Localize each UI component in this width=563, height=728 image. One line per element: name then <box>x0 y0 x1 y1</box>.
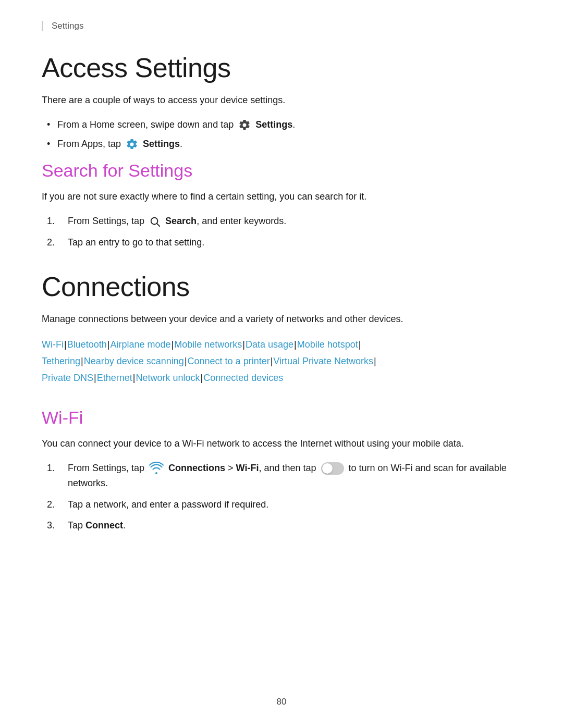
link-tethering[interactable]: Tethering <box>42 356 80 366</box>
sep1: | <box>64 339 67 350</box>
toggle-off <box>321 462 344 475</box>
wifi-step-3: Tap Connect. <box>42 518 521 533</box>
search-step-2: Tap an entry to go to that setting. <box>42 235 521 250</box>
bullet-item-apps: From Apps, tap Settings. <box>42 137 521 152</box>
link-ethernet[interactable]: Ethernet <box>97 373 132 383</box>
wifi-step-2: Tap a network, and enter a password if r… <box>42 497 521 512</box>
link-mobile-hotspot[interactable]: Mobile hotspot <box>297 339 358 350</box>
svg-line-1 <box>157 224 160 227</box>
sep7: | <box>81 356 83 366</box>
link-bluetooth[interactable]: Bluetooth <box>67 339 107 350</box>
wifi-connections-icon <box>149 461 164 476</box>
sep9: | <box>271 356 273 366</box>
sep12: | <box>133 373 136 383</box>
link-mobile-networks[interactable]: Mobile networks <box>174 339 242 350</box>
wifi-steps-list: From Settings, tap Connections > Wi-Fi, … <box>42 461 521 534</box>
sep13: | <box>201 373 203 383</box>
bullet-text-home: From a Home screen, swipe down and tap S… <box>57 119 295 130</box>
page-number: 80 <box>277 697 287 707</box>
search-steps-list: From Settings, tap Search, and enter key… <box>42 214 521 250</box>
sep10: | <box>374 356 376 366</box>
link-private-dns[interactable]: Private DNS <box>42 373 93 383</box>
link-vpn[interactable]: Virtual Private Networks <box>273 356 373 366</box>
link-connect-printer[interactable]: Connect to a printer <box>188 356 270 366</box>
wifi-step-1: From Settings, tap Connections > Wi-Fi, … <box>42 461 521 491</box>
link-nearby-device[interactable]: Nearby device scanning <box>84 356 184 366</box>
toggle-switch-icon <box>321 462 344 475</box>
link-airplane[interactable]: Airplane mode <box>110 339 170 350</box>
bullet-item-home: From a Home screen, swipe down and tap S… <box>42 117 521 132</box>
connections-title: Connections <box>42 271 521 302</box>
link-wifi[interactable]: Wi-Fi <box>42 339 64 350</box>
connections-bold: Connections <box>168 463 225 473</box>
settings-bold-apps: Settings <box>143 139 180 149</box>
search-settings-title: Search for Settings <box>42 161 521 181</box>
connections-intro: Manage connections between your device a… <box>42 312 521 327</box>
connections-links: Wi-Fi|Bluetooth|Airplane mode|Mobile net… <box>42 336 521 387</box>
wifi-title: Wi-Fi <box>42 408 521 428</box>
gear-blue-icon <box>125 138 139 151</box>
settings-bold-home: Settings <box>255 119 292 130</box>
wifi-intro: You can connect your device to a Wi-Fi n… <box>42 436 521 451</box>
access-settings-intro: There are a couple of ways to access you… <box>42 93 521 108</box>
search-step-1: From Settings, tap Search, and enter key… <box>42 214 521 229</box>
breadcrumb: Settings <box>42 21 521 31</box>
access-settings-bullets: From a Home screen, swipe down and tap S… <box>42 117 521 152</box>
access-settings-title: Access Settings <box>42 52 521 83</box>
sep6: | <box>359 339 361 350</box>
connect-bold: Connect <box>85 520 123 530</box>
sep3: | <box>172 339 174 350</box>
sep4: | <box>242 339 245 350</box>
sep5: | <box>294 339 297 350</box>
gear-dark-icon <box>238 118 251 132</box>
search-settings-intro: If you are not sure exactly where to fin… <box>42 189 521 204</box>
link-network-unlock[interactable]: Network unlock <box>136 373 200 383</box>
sep11: | <box>94 373 96 383</box>
sep8: | <box>185 356 187 366</box>
link-data-usage[interactable]: Data usage <box>246 339 293 350</box>
sep2: | <box>107 339 110 350</box>
search-icon <box>148 215 162 228</box>
link-connected-devices[interactable]: Connected devices <box>203 373 283 383</box>
bullet-text-apps: From Apps, tap Settings. <box>57 139 182 149</box>
search-bold: Search <box>165 216 197 226</box>
wifi-bold: Wi-Fi <box>236 463 259 473</box>
